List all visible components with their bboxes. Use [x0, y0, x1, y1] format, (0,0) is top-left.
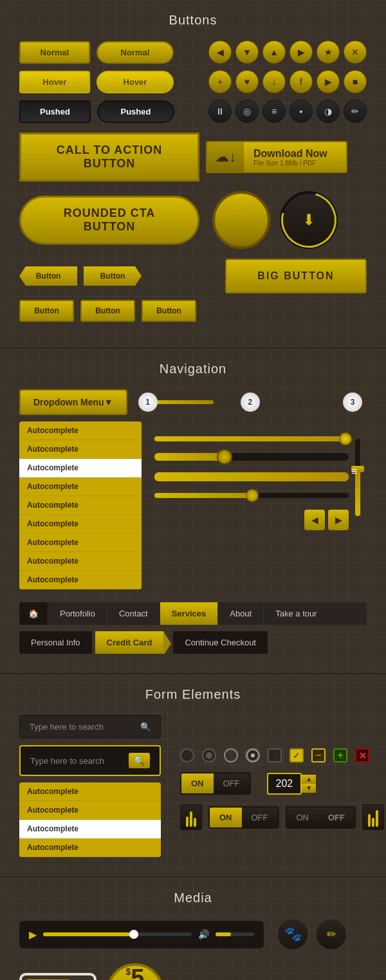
autocomplete-item-2[interactable]: Autocomplete	[19, 459, 142, 477]
media-progress-thumb[interactable]	[129, 930, 138, 939]
nav-next-arrow[interactable]: ▶	[328, 510, 349, 530]
vertical-slider-thumb[interactable]: ≡	[351, 466, 364, 472]
toggle-off-btn-3[interactable]: OFF	[318, 808, 354, 827]
nav-home-item[interactable]: 🏠	[19, 602, 48, 625]
checkbox-empty[interactable]	[268, 748, 282, 763]
icon-edit[interactable]: ✏	[344, 100, 367, 123]
autocomplete-item-3[interactable]: Autocomplete	[19, 477, 142, 496]
eq-left[interactable]	[180, 804, 202, 830]
radio-filled[interactable]	[202, 748, 216, 763]
nav-portfolio-item[interactable]: Portofolio	[48, 602, 107, 625]
icon-forward[interactable]: ▶	[290, 41, 313, 64]
search-icon-2[interactable]: 🔍	[129, 753, 150, 768]
autocomplete-item-0[interactable]: Autocomplete	[19, 421, 142, 440]
icon-target[interactable]: ◎	[235, 100, 259, 123]
form-auto-2[interactable]: Autocomplete	[19, 820, 161, 838]
step-1-dot[interactable]: 1	[138, 393, 158, 412]
small-btn-2[interactable]: Button	[80, 300, 135, 322]
media-progress-track[interactable]	[43, 932, 192, 936]
autocomplete-item-1[interactable]: Autocomplete	[19, 440, 142, 459]
volume-slider-track[interactable]	[216, 932, 254, 936]
nav-tour-item[interactable]: Take a tour	[264, 602, 328, 625]
cta-button[interactable]: CALL TO ACTION BUTTON	[19, 133, 199, 181]
icon-down[interactable]: ▼	[235, 41, 259, 64]
play-button[interactable]: ▶	[29, 929, 37, 941]
nav-services-item[interactable]: Services	[160, 602, 219, 625]
bc-personal-info[interactable]: Personal Info	[19, 631, 92, 654]
icon-plus[interactable]: +	[208, 70, 232, 93]
autocomplete-item-7[interactable]: Autocomplete	[19, 552, 142, 571]
nav-about-item[interactable]: About	[218, 602, 264, 625]
icon-stop[interactable]: ■	[344, 70, 367, 93]
slider-thumb-4[interactable]	[246, 489, 259, 502]
dropdown-menu[interactable]: Dropdown Menu ▼	[19, 389, 127, 415]
circle-dark-download[interactable]: ⬇	[280, 191, 338, 249]
search-icon-1[interactable]: 🔍	[140, 722, 151, 732]
btn-pushed-rounded[interactable]: Pushed	[97, 100, 174, 123]
icon-pause[interactable]: ⏸	[208, 100, 232, 123]
toggle-on-btn-3[interactable]: ON	[287, 808, 319, 827]
download-button[interactable]: ☁↓ Download Now File Size 1.8Mb / PDF	[206, 141, 347, 173]
icon-half-circle[interactable]: ◑	[317, 100, 340, 123]
tag-button-left[interactable]: Button	[19, 266, 77, 286]
radio-outline[interactable]	[224, 748, 238, 763]
slider-thumb-1[interactable]	[339, 432, 352, 445]
autocomplete-item-8[interactable]: Autocomplete	[19, 571, 142, 589]
checkbox-minus[interactable]: −	[311, 748, 326, 763]
icon-facebook[interactable]: f	[290, 70, 313, 93]
btn-normal-rect[interactable]: Normal	[19, 41, 90, 64]
circle-yellow-button[interactable]	[212, 191, 270, 249]
nav-prev-arrow[interactable]: ◀	[304, 510, 325, 530]
tag-button-right[interactable]: Button	[84, 266, 142, 286]
autocomplete-item-5[interactable]: Autocomplete	[19, 515, 142, 533]
step-2-dot[interactable]: 2	[241, 393, 260, 412]
toggle-on-btn[interactable]: ON	[181, 773, 214, 793]
icon-play[interactable]: ▶	[317, 70, 340, 93]
toggle-off-btn[interactable]: OFF	[214, 773, 250, 793]
step-3-dot[interactable]: 3	[343, 393, 362, 412]
btn-hover-rounded[interactable]: Hover	[96, 71, 174, 93]
icon-close[interactable]: ✕	[344, 41, 367, 64]
bc-credit-card[interactable]: Credit Card	[95, 631, 164, 654]
btn-pushed-rect[interactable]: Pushed	[19, 100, 91, 123]
btn-hover-rect[interactable]: Hover	[19, 71, 90, 93]
radio-active[interactable]	[246, 748, 260, 763]
form-auto-0[interactable]: Autocomplete	[19, 782, 161, 801]
spinner-up[interactable]: ▲	[302, 775, 316, 784]
form-auto-3[interactable]: Autocomplete	[19, 838, 161, 857]
checkbox-cross[interactable]: ✕	[355, 748, 369, 763]
icon-heart[interactable]: ♥	[235, 70, 259, 93]
eq-right[interactable]	[362, 804, 384, 830]
toggle-on-btn-2[interactable]: ON	[210, 808, 242, 827]
toggle-off-btn-2[interactable]: OFF	[242, 808, 278, 827]
icon-back[interactable]: ◀	[208, 41, 232, 64]
icon-chart[interactable]: ▪	[290, 100, 313, 123]
sliders-area: ◀ ▶ ≡	[148, 421, 367, 533]
rounded-cta-button[interactable]: ROUNDED CTA BUTTON	[19, 196, 199, 245]
form-auto-1[interactable]: Autocomplete	[19, 801, 161, 820]
icon-up[interactable]: ▲	[262, 41, 286, 64]
nav-top-row: Dropdown Menu ▼ 1 2 3	[19, 389, 367, 415]
search-input-2[interactable]: Type here to search 🔍	[19, 745, 161, 776]
checkbox-plus[interactable]: +	[333, 748, 347, 763]
spinner-down[interactable]: ▼	[302, 784, 316, 793]
price-dollar-sign: $	[126, 967, 131, 976]
slider-thumb-2[interactable]	[217, 449, 232, 465]
radio-empty[interactable]	[180, 748, 194, 763]
eq-toggle-row: ON OFF ON OFF	[180, 804, 384, 830]
autocomplete-item-6[interactable]: Autocomplete	[19, 533, 142, 552]
nav-contact-item[interactable]: Contact	[107, 602, 160, 625]
btn-normal-rounded[interactable]: Normal	[96, 41, 174, 64]
checkbox-checked[interactable]: ✓	[290, 748, 304, 763]
small-btn-3[interactable]: Button	[142, 300, 196, 322]
big-button[interactable]: BIG BUTTON	[225, 259, 367, 293]
icon-star[interactable]: ★	[317, 41, 340, 64]
edit-icon-circle[interactable]: ✏	[315, 918, 347, 950]
icon-download-arrow[interactable]: ↓	[262, 70, 286, 93]
icon-menu[interactable]: ≡	[262, 100, 286, 123]
search-input-1[interactable]: Type here to search 🔍	[19, 715, 161, 739]
bc-continue-checkout[interactable]: Continue Checkout	[173, 631, 268, 654]
autocomplete-item-4[interactable]: Autocomplete	[19, 496, 142, 515]
location-pin-icon[interactable]: 🐾	[277, 918, 309, 950]
small-btn-1[interactable]: Button	[19, 300, 74, 322]
